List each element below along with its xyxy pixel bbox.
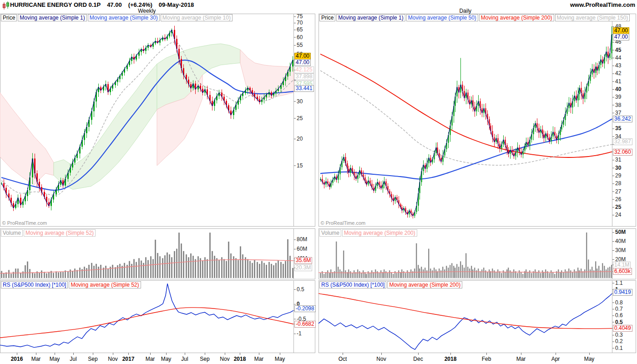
volume-legend: VolumeMoving average (Simple 52): [1, 229, 96, 237]
legend-item[interactable]: Price: [319, 14, 335, 21]
price-legend: PriceMoving average (Simple 1)Moving ave…: [319, 14, 630, 21]
axis-label: 65: [297, 27, 303, 33]
axis-label: 15: [297, 163, 303, 169]
time-axis-label: 2018: [445, 356, 457, 362]
watermark: © ProRealTime.com: [321, 220, 366, 226]
time-axis-label: Mar: [516, 356, 526, 362]
axis-label: 50M: [615, 229, 626, 235]
legend-item[interactable]: Moving average (Simple 1): [336, 14, 405, 21]
axis-label: 27: [615, 189, 621, 195]
time-axis-label: Dec: [413, 356, 423, 362]
axis-label: 40M: [615, 238, 626, 244]
axis-label: 26: [615, 197, 621, 202]
rs-legend: RS (S&P500 Index) [*100]Moving average (…: [319, 281, 462, 288]
axis-label: 24: [615, 212, 621, 218]
legend-item[interactable]: Moving average (Simple 10): [161, 14, 233, 21]
legend-item[interactable]: Moving average (Simple 200): [342, 229, 417, 237]
time-axis-label: Jul: [181, 356, 188, 362]
time-axis-label: May: [50, 356, 60, 362]
legend-item[interactable]: RS (S&P500 Index) [*100]: [319, 281, 386, 288]
axis-value-box-gray-faded: 14.1M: [613, 262, 631, 268]
proreal-time-window: HURRICANE ENERGY ORD 0.1P47.00(+6.24%)09…: [0, 0, 637, 364]
axis-label: 38: [615, 102, 621, 108]
axis-value-box-gray-faded: 20.3M: [294, 264, 312, 271]
axis-value-box-blue: -0.2098: [294, 305, 316, 312]
axis-value-box-navy: 47.00: [613, 34, 629, 40]
watermark: © ProRealTime.com: [2, 220, 47, 226]
rs-legend: RS (S&P500 Index) [*100]Moving average (…: [1, 281, 141, 288]
axis-value-box-blue: 36.242: [613, 116, 632, 122]
axis-label: 75: [297, 14, 303, 20]
axis-label: 70: [297, 20, 303, 26]
axis-label: 25: [297, 116, 303, 121]
axis-label: 25: [615, 204, 621, 210]
price-ma-line-2: [320, 119, 612, 179]
axis-label: 0.5: [297, 287, 304, 293]
axis-label: 0.5: [615, 319, 623, 325]
time-axis-label: Nov: [108, 356, 117, 362]
axis-value-box-gold: 47.00: [613, 27, 629, 34]
pane-title-daily: Daily: [459, 8, 471, 14]
axis-value-box-red: 35.6M: [294, 257, 312, 264]
legend-item[interactable]: Volume: [319, 229, 341, 237]
legend-item[interactable]: Moving average (Simple 52): [24, 229, 96, 237]
time-axis-label: Nov: [376, 356, 386, 362]
axis-label: 0.8: [615, 300, 623, 306]
axis-label: 30: [297, 99, 303, 105]
pane-title-weekly: Weekly: [138, 8, 156, 14]
time-axis-label: Mar: [31, 356, 41, 362]
axis-label: 35: [615, 126, 621, 131]
axis-value-box-red: -0.6682: [294, 321, 316, 328]
time-axis-label: May: [584, 356, 595, 362]
time-axis-label: Nov: [220, 356, 229, 362]
axis-label: 30M: [615, 248, 626, 253]
legend-item[interactable]: Moving average (Simple 200): [479, 14, 554, 21]
time-axis-label: Oct: [339, 356, 347, 362]
axis-label: 28: [615, 181, 621, 187]
volume-ma-line: [318, 272, 612, 273]
price-ma-line-1: [320, 71, 612, 165]
time-axis-label: Jul: [70, 356, 76, 362]
axis-label: 80M: [297, 237, 307, 243]
axis-value-box-red: 0.4049: [613, 325, 632, 332]
axis-label: 60: [297, 35, 303, 40]
axis-label: 45: [615, 47, 621, 53]
axis-label: 42: [615, 71, 621, 76]
axis-label: 0.6: [615, 313, 623, 318]
axis-label: 0.1: [615, 345, 623, 351]
legend-item[interactable]: Price: [1, 14, 17, 21]
axis-label: 20: [297, 136, 303, 142]
axis-value-box-red: 32.060: [613, 149, 632, 156]
axis-label: 60M: [297, 246, 307, 252]
legend-item[interactable]: Moving average (Simple 150): [555, 14, 630, 21]
time-axis-label: 2018: [234, 356, 246, 362]
legend-item[interactable]: RS (S&P500 Index) [*100]: [1, 281, 68, 288]
chart-canvas[interactable]: [0, 0, 637, 364]
axis-value-box-blue: 33.441: [294, 85, 314, 92]
time-axis-label: Apr: [551, 356, 560, 362]
axis-label: 55: [297, 42, 303, 48]
axis-value-box-gold: 47.00: [294, 53, 311, 60]
legend-item[interactable]: Moving average (Simple 30): [88, 14, 160, 21]
close-price-line: [321, 35, 612, 216]
legend-item[interactable]: Moving average (Simple 1): [18, 14, 86, 21]
axis-value-box-gray-faded: 37.898: [294, 73, 314, 80]
legend-item[interactable]: Volume: [1, 229, 23, 237]
legend-item[interactable]: Moving average (Simple 52): [69, 281, 141, 288]
axis-label: -1: [297, 331, 302, 337]
axis-label: 37: [615, 110, 621, 116]
ichimoku-cloud-pink: [0, 93, 54, 185]
axis-label: 30: [615, 165, 621, 171]
time-axis-label: Mar: [254, 356, 264, 362]
time-axis-label: Feb: [482, 356, 491, 362]
axis-value-box-red: 6,603k: [613, 268, 632, 275]
axis-value-box-navy: 47.00: [294, 59, 311, 66]
axis-label: 0.2: [615, 339, 623, 344]
legend-item[interactable]: Moving average (Simple 50): [406, 14, 478, 21]
axis-value-box-blue: 0.9419: [613, 289, 632, 296]
legend-item[interactable]: Moving average (Simple 200): [387, 281, 462, 288]
volume-legend: VolumeMoving average (Simple 200): [319, 229, 417, 237]
axis-value-box-gray-faded: 32.987: [613, 138, 632, 145]
axis-label: 29: [615, 173, 621, 179]
time-axis-label: 2017: [122, 356, 135, 362]
